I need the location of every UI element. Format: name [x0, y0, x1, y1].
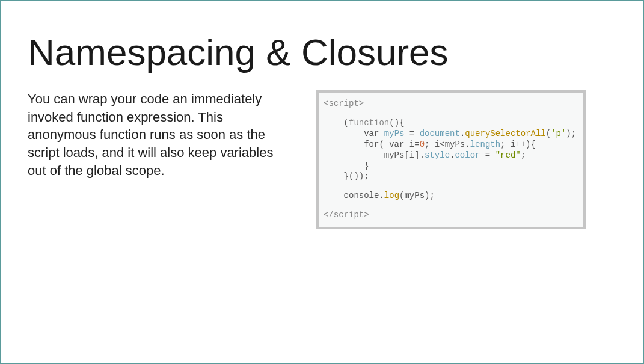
code-line3b: 0	[420, 140, 425, 149]
code-line2d: document	[420, 129, 460, 138]
code-line7a: console.	[324, 191, 384, 200]
code-line3e: ; i++){	[500, 140, 536, 149]
code-line2g: (	[546, 129, 551, 138]
blank-line	[324, 110, 578, 118]
blank-line	[324, 182, 578, 191]
code-line4f: "red"	[495, 150, 521, 160]
code-close-tag-name: script	[334, 210, 364, 220]
code-line4d: color	[455, 150, 480, 160]
code-line7c: (myPs);	[399, 191, 435, 200]
code-line3d: length	[470, 140, 500, 149]
code-line4g: ;	[521, 150, 526, 160]
code-line2a: var	[324, 129, 384, 138]
code-line4e: =	[480, 150, 495, 160]
code-line7b: log	[384, 191, 399, 200]
code-line6: }());	[324, 171, 369, 181]
code-line2h: 'p'	[551, 129, 566, 138]
content-row: You can wrap your code an immediately in…	[28, 90, 616, 229]
code-line2i: );	[566, 129, 576, 138]
code-block: <script> (function(){ var myPs = documen…	[316, 90, 586, 229]
code-line3c: ; i<myPs.	[425, 140, 470, 149]
blank-line	[324, 202, 578, 210]
code-line2b: myPs	[384, 129, 405, 138]
code-line2c: =	[404, 129, 419, 138]
code-line4a: myPs[i].	[324, 150, 425, 160]
code-line1c: (){	[389, 118, 404, 128]
code-line5: }	[324, 161, 369, 171]
code-line1b: function	[349, 118, 389, 128]
code-line4b: style	[425, 150, 450, 160]
code-line3a: for( var i=	[324, 140, 420, 149]
slide-container: Namespacing & Closures You can wrap your…	[1, 1, 643, 259]
code-open-tag: <script>	[324, 99, 364, 108]
slide-body-text: You can wrap your code an immediately in…	[28, 90, 292, 179]
slide-title: Namespacing & Closures	[28, 31, 616, 73]
code-close-tag-open: </	[324, 210, 334, 220]
code-line1a: (	[324, 118, 349, 128]
code-close-tag-close: >	[364, 210, 369, 220]
code-line2f: querySelectorAll	[465, 129, 545, 138]
